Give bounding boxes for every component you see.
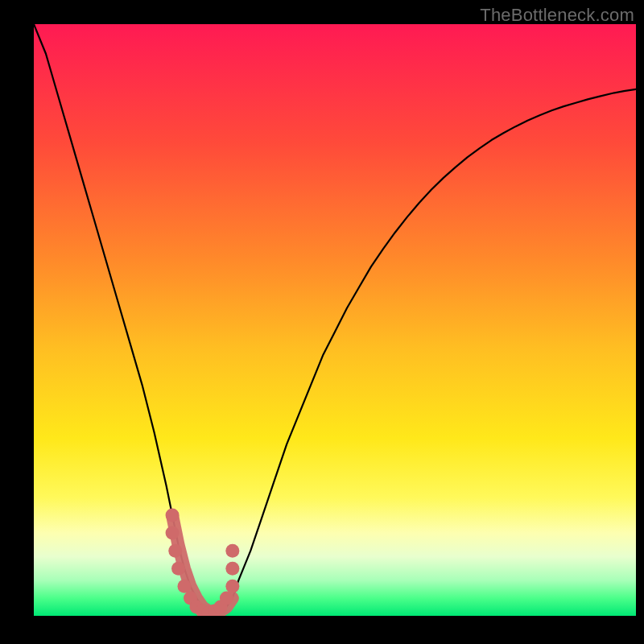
outer-frame: TheBottleneck.com (0, 0, 644, 644)
highlight-dot (171, 562, 185, 576)
highlight-dot (178, 580, 192, 593)
highlight-dot (166, 509, 180, 522)
chart-svg (34, 24, 636, 616)
watermark-text: TheBottleneck.com (480, 5, 634, 26)
highlight-dot (220, 591, 233, 605)
highlight-dot (225, 580, 239, 593)
highlight-dot (168, 544, 182, 558)
highlight-dot (225, 544, 239, 558)
plot-area (34, 24, 636, 616)
highlight-dot (225, 562, 239, 576)
highlight-dot (166, 526, 180, 540)
